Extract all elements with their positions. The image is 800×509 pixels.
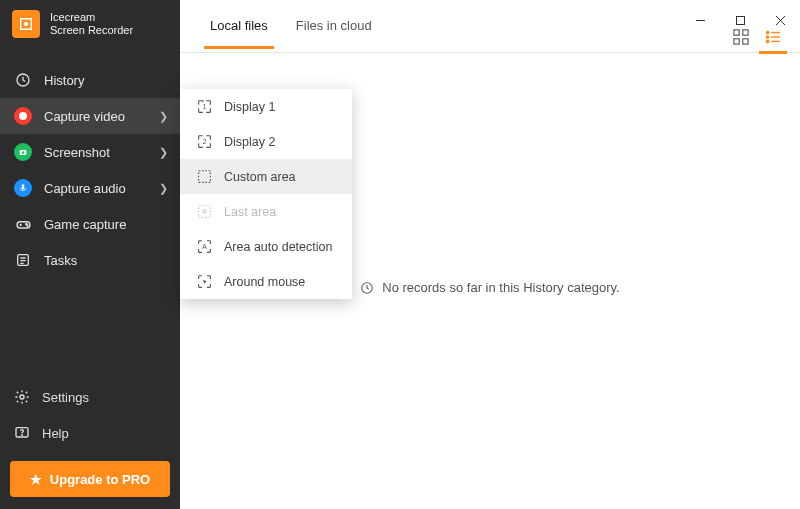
svg-rect-24 [198,171,210,183]
record-icon [14,107,32,125]
svg-rect-17 [743,39,748,44]
submenu-custom-area[interactable]: Custom area [180,159,352,194]
chevron-right-icon: ❯ [159,110,168,123]
sidebar-item-label: History [44,73,84,88]
sidebar-item-screenshot[interactable]: Screenshot ❯ [0,134,180,170]
sidebar-item-label: Capture video [44,109,125,124]
svg-rect-16 [734,39,739,44]
auto-detect-icon: A [196,239,212,255]
sidebar-item-capture-video[interactable]: Capture video ❯ [0,98,180,134]
tab-local-files[interactable]: Local files [210,18,268,49]
svg-text:A: A [202,243,207,250]
gear-icon [14,389,30,405]
svg-point-8 [26,224,27,225]
submenu-last-area: Last area [180,194,352,229]
tab-files-in-cloud[interactable]: Files in cloud [296,18,372,49]
app-header: Icecream Screen Recorder [0,0,180,48]
display1-icon: 1 [196,99,212,115]
svg-rect-5 [22,184,25,189]
gamepad-icon [14,215,32,233]
tabs: Local files Files in cloud [210,18,372,49]
svg-point-20 [767,40,769,42]
view-controls [732,28,782,46]
submenu-area-auto-detection[interactable]: A Area auto detection [180,229,352,264]
help-icon [14,425,30,441]
microphone-icon [14,179,32,197]
custom-area-icon [196,169,212,185]
svg-rect-25 [198,206,210,218]
sidebar-item-label: Screenshot [44,145,110,160]
sidebar-item-help[interactable]: Help [0,415,180,451]
last-area-icon [196,204,212,220]
svg-point-4 [22,151,25,154]
app-logo-icon [12,10,40,38]
sidebar-item-game-capture[interactable]: Game capture [0,206,180,242]
submenu-display-2[interactable]: 2 Display 2 [180,124,352,159]
submenu-display-1[interactable]: 1 Display 1 [180,89,352,124]
submenu-label: Last area [224,205,276,219]
svg-point-10 [20,395,24,399]
upgrade-label: Upgrade to PRO [50,472,150,487]
sidebar-item-label: Tasks [44,253,77,268]
svg-rect-14 [734,30,739,35]
empty-state-text: No records so far in this History catego… [382,280,619,295]
sidebar-item-tasks[interactable]: Tasks [0,242,180,278]
chevron-right-icon: ❯ [159,146,168,159]
camera-icon [14,143,32,161]
around-mouse-icon [196,274,212,290]
capture-video-submenu: 1 Display 1 2 Display 2 Custom area Last… [180,89,352,299]
submenu-label: Around mouse [224,275,305,289]
app-title: Icecream Screen Recorder [50,11,133,37]
svg-point-1 [24,22,29,27]
submenu-label: Custom area [224,170,296,184]
display2-icon: 2 [196,134,212,150]
clock-icon [360,281,374,295]
svg-point-19 [767,36,769,38]
svg-point-12 [22,435,23,436]
svg-rect-13 [736,16,744,24]
grid-view-button[interactable] [732,28,750,46]
list-view-button[interactable] [764,28,782,46]
sidebar-bottom: Settings Help ★ Upgrade to PRO [0,379,180,509]
sidebar-item-label: Game capture [44,217,126,232]
sidebar-item-settings[interactable]: Settings [0,379,180,415]
sidebar: Icecream Screen Recorder History Capture… [0,0,180,509]
svg-point-18 [767,31,769,33]
star-icon: ★ [30,472,42,487]
sidebar-item-capture-audio[interactable]: Capture audio ❯ [0,170,180,206]
chevron-right-icon: ❯ [159,182,168,195]
submenu-label: Display 1 [224,100,275,114]
sidebar-item-label: Capture audio [44,181,126,196]
sidebar-nav: History Capture video ❯ Screenshot ❯ Cap… [0,62,180,278]
svg-text:1: 1 [202,103,206,110]
tasks-icon [14,251,32,269]
sidebar-item-label: Settings [42,390,89,405]
history-icon [14,71,32,89]
svg-text:2: 2 [202,138,206,145]
submenu-label: Display 2 [224,135,275,149]
submenu-around-mouse[interactable]: Around mouse [180,264,352,299]
svg-rect-15 [743,30,748,35]
svg-point-26 [202,210,205,213]
upgrade-button[interactable]: ★ Upgrade to PRO [10,461,170,497]
sidebar-item-label: Help [42,426,69,441]
sidebar-item-history[interactable]: History [0,62,180,98]
minimize-button[interactable] [680,0,720,40]
submenu-label: Area auto detection [224,240,332,254]
tab-separator [180,52,800,53]
